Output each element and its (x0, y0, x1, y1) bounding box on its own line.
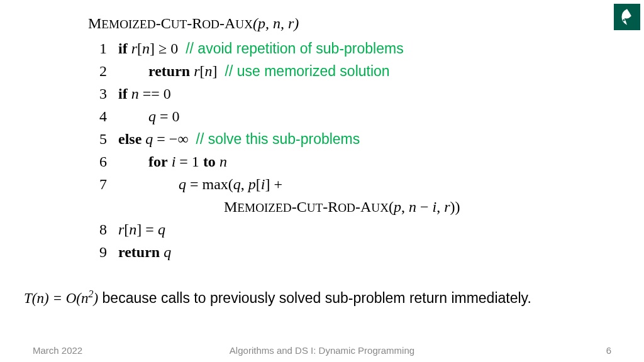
code-line: 1 if r[n] ≥ 0 // avoid repetition of sub… (88, 37, 606, 60)
code-line: 7 q = max(q, p[i] + (88, 173, 606, 195)
svg-point-0 (623, 19, 625, 21)
comment: // avoid repetition of sub-problems (186, 38, 403, 60)
comment: // use memorized solution (225, 60, 390, 82)
algo-name: MEMOIZED-CUT-ROD-AUX (88, 15, 253, 31)
complexity-note: T(n) = O(n2) because calls to previously… (24, 288, 620, 308)
code-line: 6 for i = 1 to n (88, 150, 606, 173)
code-line: 2 return r[n] // use memorized solution (88, 60, 606, 82)
code-line: 5 else q = −∞ // solve this sub-problems (88, 128, 606, 150)
code-line: MEMOIZED-CUT-ROD-AUX(p, n − i, r)) (88, 195, 606, 218)
algorithm-title: MEMOIZED-CUT-ROD-AUX(p, n, r) (88, 15, 606, 32)
code-line: 4 q = 0 (88, 105, 606, 128)
pseudocode: 1 if r[n] ≥ 0 // avoid repetition of sub… (88, 37, 606, 263)
complexity-text: because calls to previously solved sub-p… (98, 290, 531, 306)
code-line: 9 return q (88, 241, 606, 263)
code-line: 3 if n == 0 (88, 82, 606, 105)
slide-content: MEMOIZED-CUT-ROD-AUX(p, n, r) 1 if r[n] … (88, 15, 606, 263)
footer-title: Algorithms and DS I: Dynamic Programming (177, 345, 467, 356)
slide-footer: March 2022 Algorithms and DS I: Dynamic … (0, 345, 644, 356)
comment: // solve this sub-problems (196, 128, 360, 150)
code-line: 8 r[n] = q (88, 218, 606, 241)
complexity-formula: T(n) = O(n2) (24, 290, 98, 306)
institution-logo (614, 4, 640, 30)
footer-page: 6 (467, 345, 611, 356)
algo-params: (p, n, r) (253, 15, 299, 31)
footer-date: March 2022 (33, 345, 177, 356)
